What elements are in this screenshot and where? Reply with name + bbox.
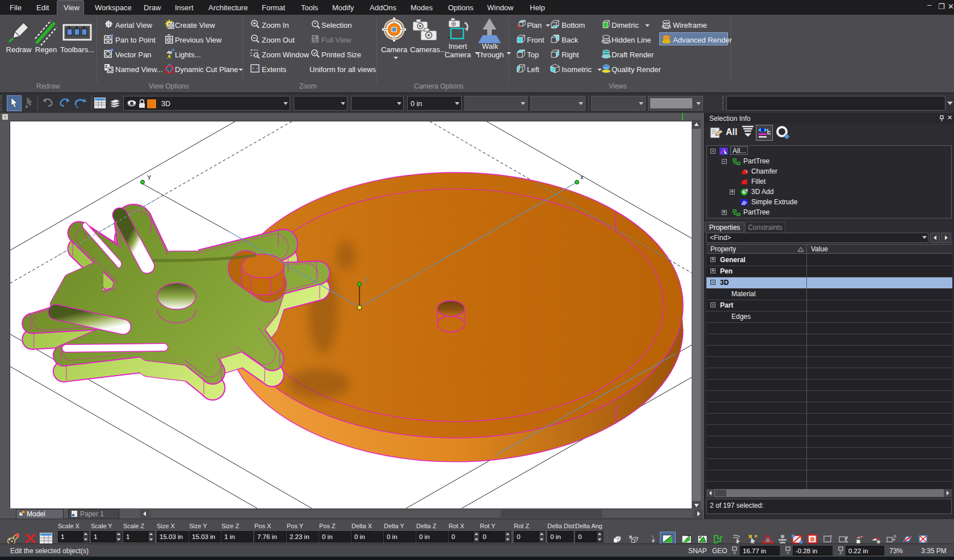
svg-text:X: X — [733, 550, 737, 555]
svg-text:x: x — [580, 174, 584, 180]
svg-text:Y: Y — [147, 174, 152, 181]
svg-text:Y: Y — [786, 550, 790, 555]
svg-text:4: 4 — [846, 540, 848, 544]
svg-text:Z: Z — [364, 277, 368, 284]
svg-text:Z: Z — [839, 550, 842, 555]
